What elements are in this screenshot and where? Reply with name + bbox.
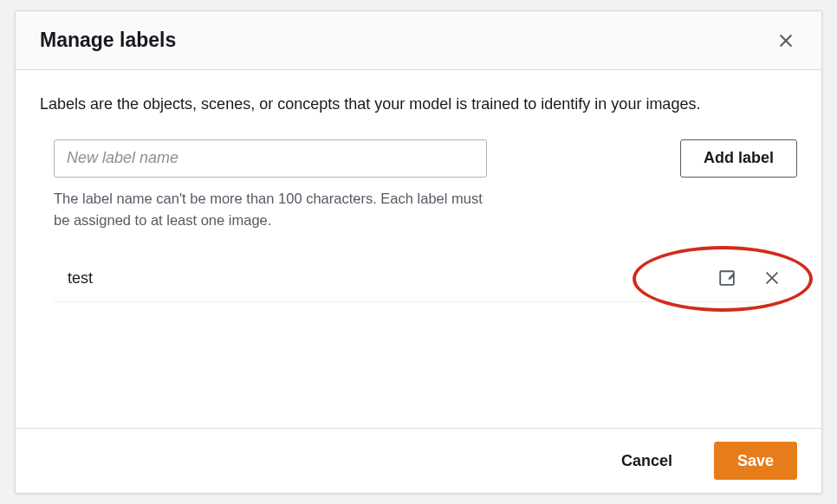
label-input-row: The label name can't be more than 100 ch… [40,139,797,232]
label-actions [716,267,783,289]
edit-icon [717,268,736,288]
modal-footer: Cancel Save [16,428,821,493]
add-label-button[interactable]: Add label [680,139,797,178]
new-label-input[interactable] [54,139,487,178]
label-name: test [68,269,93,288]
modal-header: Manage labels [16,11,821,70]
label-input-column: The label name can't be more than 100 ch… [54,139,487,232]
modal-body: Labels are the objects, scenes, or conce… [16,70,821,428]
input-helper-text: The label name can't be more than 100 ch… [54,188,487,232]
close-icon [776,31,795,50]
edit-label-button[interactable] [716,267,738,289]
label-row: test [54,256,797,302]
modal-title: Manage labels [40,29,176,52]
cancel-button[interactable]: Cancel [599,442,695,480]
close-icon [762,268,782,288]
modal-description: Labels are the objects, scenes, or conce… [40,93,797,117]
manage-labels-modal: Manage labels Labels are the objects, sc… [15,10,822,494]
delete-label-button[interactable] [761,267,783,289]
label-list: test [40,256,797,302]
save-button[interactable]: Save [714,442,797,480]
close-modal-button[interactable] [775,29,797,52]
